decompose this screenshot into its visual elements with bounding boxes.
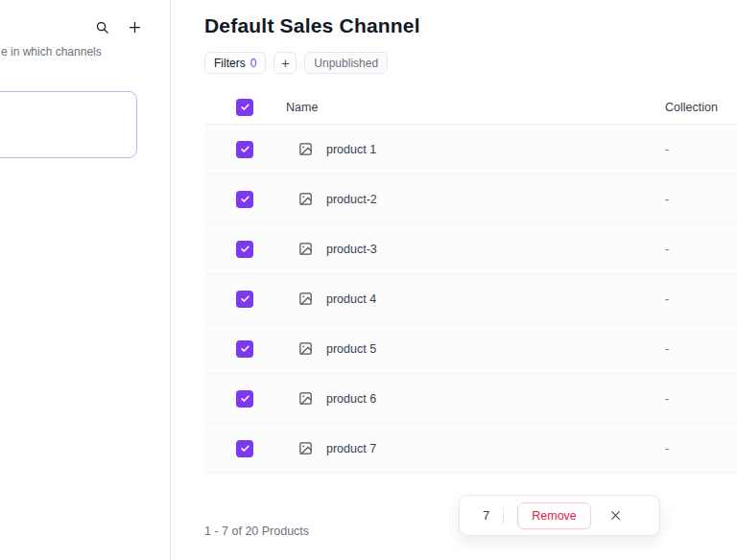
add-filter-button[interactable]: + <box>273 52 297 74</box>
table-row[interactable]: product 1 - <box>204 125 737 175</box>
row-checkbox[interactable] <box>236 440 253 457</box>
product-thumbnail-icon <box>297 391 313 407</box>
filters-button[interactable]: Filters 0 <box>204 52 266 74</box>
screen: e in which channels Default Sales Channe… <box>0 0 737 560</box>
products-table: Name Collection product 1 - product-2 - … <box>204 90 737 474</box>
add-icon[interactable] <box>126 18 143 35</box>
search-icon[interactable] <box>93 18 110 35</box>
row-checkbox[interactable] <box>236 390 253 408</box>
collection-value: - <box>665 292 669 306</box>
table-row[interactable]: product-2 - <box>204 175 737 224</box>
filters-count: 0 <box>250 57 257 70</box>
table-row[interactable]: product 4 - <box>204 274 737 324</box>
collection-value: - <box>665 392 669 406</box>
product-name: product 5 <box>326 342 376 356</box>
row-checkbox[interactable] <box>236 241 253 258</box>
selection-action-bar: 7 Remove <box>459 495 660 536</box>
sidebar-description: e in which channels <box>1 45 102 58</box>
sales-channel-list-item[interactable] <box>0 91 137 158</box>
filter-bar: Filters 0 + Unpublished <box>204 52 388 74</box>
collection-value: - <box>665 143 669 156</box>
row-checkbox[interactable] <box>236 191 253 208</box>
collection-value: - <box>665 342 669 356</box>
page-title: Default Sales Channel <box>204 14 420 37</box>
product-thumbnail-icon <box>297 142 313 157</box>
table-row[interactable]: product 5 - <box>204 324 737 374</box>
product-name: product-3 <box>326 243 377 256</box>
row-checkbox[interactable] <box>236 141 253 158</box>
product-thumbnail-icon <box>297 441 313 456</box>
product-thumbnail-icon <box>297 341 313 357</box>
collection-value: - <box>665 442 669 455</box>
select-all-checkbox[interactable] <box>236 99 253 116</box>
action-bar-divider <box>503 507 504 525</box>
row-checkbox[interactable] <box>236 340 253 358</box>
table-header: Name Collection <box>204 90 737 125</box>
remove-button[interactable]: Remove <box>517 502 591 529</box>
pagination-summary: 1 - 7 of 20 Products <box>204 525 309 538</box>
product-name: product-2 <box>326 193 377 206</box>
table-row[interactable]: product-3 - <box>204 224 737 274</box>
column-header-name: Name <box>286 101 318 114</box>
unpublished-filter-chip[interactable]: Unpublished <box>304 52 388 74</box>
collection-value: - <box>665 193 669 206</box>
collection-value: - <box>665 243 669 256</box>
product-name: product 7 <box>326 442 376 455</box>
filters-label: Filters <box>214 57 246 70</box>
row-checkbox[interactable] <box>236 291 253 308</box>
product-name: product 6 <box>326 392 376 406</box>
main-content: Default Sales Channel Filters 0 + Unpubl… <box>171 0 737 560</box>
product-thumbnail-icon <box>297 192 313 207</box>
selected-count: 7 <box>483 508 489 523</box>
product-name: product 4 <box>326 292 376 306</box>
close-icon[interactable] <box>606 506 626 525</box>
sidebar: e in which channels <box>0 0 171 560</box>
table-row[interactable]: product 6 - <box>204 374 737 424</box>
product-thumbnail-icon <box>297 242 313 257</box>
table-row[interactable]: product 7 - <box>204 424 737 474</box>
product-name: product 1 <box>326 143 376 156</box>
sidebar-toolbar <box>93 18 143 35</box>
product-thumbnail-icon <box>297 292 313 307</box>
column-header-collection: Collection <box>665 101 718 114</box>
